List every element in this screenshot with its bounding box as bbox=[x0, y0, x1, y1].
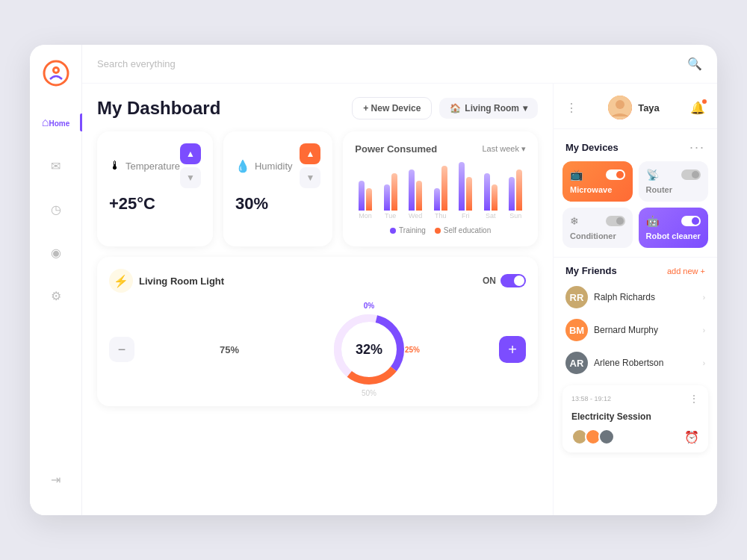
humidity-decrease-button[interactable]: ▼ bbox=[300, 167, 320, 188]
humidity-increase-button[interactable]: ▲ bbox=[300, 143, 320, 164]
more-options-icon[interactable]: ⋮ bbox=[565, 101, 577, 115]
temperature-increase-button[interactable]: ▲ bbox=[180, 143, 201, 164]
session-title: Electricity Session bbox=[571, 411, 651, 422]
app-container: ⌂ Home ✉ ◷ ◉ ⚙ ⇥ Search e bbox=[30, 45, 717, 515]
conditioner-toggle[interactable] bbox=[606, 216, 625, 226]
session-avatars bbox=[571, 429, 612, 445]
bar-orange-thu bbox=[441, 166, 447, 211]
session-card: 13:58 - 19:12 ⋮ Electricity Session ⏰ bbox=[562, 385, 708, 452]
sidebar-item-location[interactable]: ◉ bbox=[43, 239, 69, 266]
sidebar-bottom: ⇥ bbox=[43, 466, 69, 500]
sidebar-item-mail[interactable]: ✉ bbox=[43, 152, 69, 179]
humidity-value: 30% bbox=[235, 194, 320, 214]
friend-arlene-avatar: AR bbox=[565, 352, 588, 374]
friends-section-header: My Friends add new + bbox=[554, 258, 717, 281]
user-name: Taya bbox=[638, 102, 660, 113]
bars-wrap-mon bbox=[359, 181, 372, 211]
friend-ralph-chevron-icon: › bbox=[703, 293, 705, 302]
add-friend-button[interactable]: add new + bbox=[667, 267, 705, 276]
devices-grid: 📺 Microwave 📡 Router bbox=[554, 161, 717, 257]
chart-header: Power Consumed Last week ▾ bbox=[355, 143, 526, 155]
settings-icon: ⚙ bbox=[51, 289, 61, 303]
humidity-header: 💧 Humidity ▲ ▼ bbox=[235, 143, 320, 188]
light-header: ⚡ Living Room Light ON bbox=[109, 269, 526, 293]
bar-group-mon: Mon bbox=[355, 181, 376, 222]
location-icon: ◉ bbox=[51, 246, 61, 260]
bar-day-label-thu: Thu bbox=[435, 212, 447, 220]
search-placeholder: Search everything bbox=[97, 58, 176, 69]
bottom-row: ⚡ Living Room Light ON − 75% bbox=[97, 257, 538, 406]
bar-chart: MonTueWedThuFriSatSun bbox=[355, 162, 526, 222]
session-card-header: 13:58 - 19:12 ⋮ bbox=[571, 393, 699, 405]
logo bbox=[43, 60, 69, 87]
device-tile-conditioner-header: ❄ bbox=[570, 215, 625, 227]
logout-icon: ⇥ bbox=[51, 473, 61, 487]
device-tile-microwave-header: 📺 bbox=[570, 169, 625, 181]
device-tile-router[interactable]: 📡 Router bbox=[639, 161, 709, 202]
notification-bell-icon[interactable]: 🔔 bbox=[690, 101, 705, 115]
search-icon[interactable]: 🔍 bbox=[687, 57, 702, 71]
chart-period[interactable]: Last week ▾ bbox=[482, 144, 526, 154]
sidebar-item-settings[interactable]: ⚙ bbox=[43, 282, 69, 309]
friend-ralph-info: RR Ralph Richards bbox=[565, 286, 655, 308]
bar-group-fri: Fri bbox=[455, 162, 476, 222]
chart-title: Power Consumed bbox=[355, 143, 437, 155]
bars-wrap-sat bbox=[484, 173, 498, 211]
microwave-toggle[interactable] bbox=[606, 169, 625, 180]
friend-ralph-avatar: RR bbox=[565, 286, 588, 308]
temperature-decrease-button[interactable]: ▼ bbox=[180, 167, 201, 188]
friend-bernard-chevron-icon: › bbox=[703, 326, 705, 335]
header-actions: + New Device 🏠 Living Room ▾ bbox=[352, 97, 538, 119]
donut-label-bottom: 50% bbox=[362, 389, 376, 397]
friend-arlene-chevron-icon: › bbox=[703, 359, 705, 367]
temperature-card: 🌡 Temperature ▲ ▼ +25°C bbox=[97, 131, 213, 246]
session-alarm-icon[interactable]: ⏰ bbox=[684, 430, 699, 444]
bar-group-tue: Tue bbox=[380, 173, 401, 222]
router-toggle[interactable] bbox=[681, 169, 701, 180]
room-selector-button[interactable]: 🏠 Living Room ▾ bbox=[439, 98, 538, 119]
light-add-button[interactable]: + bbox=[499, 336, 526, 363]
temperature-controls: ▲ ▼ bbox=[180, 143, 201, 188]
sidebar-item-home[interactable]: ⌂ Home bbox=[43, 109, 69, 136]
temperature-header: 🌡 Temperature ▲ ▼ bbox=[109, 143, 201, 188]
light-toggle-switch[interactable] bbox=[500, 274, 526, 287]
notification-dot bbox=[702, 99, 707, 104]
router-icon: 📡 bbox=[646, 169, 659, 181]
friend-bernard-name: Bernard Murphy bbox=[594, 325, 658, 335]
room-label: Living Room bbox=[465, 103, 519, 113]
friend-item-ralph[interactable]: RR Ralph Richards › bbox=[554, 281, 717, 314]
device-tile-robot-cleaner[interactable]: 🤖 Robot cleaner bbox=[639, 208, 709, 248]
friend-item-arlene[interactable]: AR Arlene Robertson › bbox=[554, 346, 717, 379]
conditioner-name: Conditioner bbox=[570, 231, 625, 240]
bar-group-wed: Wed bbox=[405, 169, 426, 222]
friend-item-bernard[interactable]: BM Bernard Murphy › bbox=[554, 314, 717, 346]
device-tile-router-header: 📡 bbox=[646, 169, 701, 181]
right-panel: ⋮ Taya 🔔 bbox=[553, 84, 717, 515]
devices-more-icon[interactable]: ··· bbox=[689, 140, 705, 155]
svg-point-8 bbox=[616, 100, 624, 109]
power-chart-card: Power Consumed Last week ▾ MonTueWedThuF… bbox=[343, 131, 538, 246]
new-device-button[interactable]: + New Device bbox=[352, 97, 432, 119]
sidebar-item-logout[interactable]: ⇥ bbox=[43, 466, 69, 493]
bar-purple-thu bbox=[434, 188, 440, 211]
bar-purple-sat bbox=[484, 173, 490, 211]
device-tile-conditioner[interactable]: ❄ Conditioner bbox=[562, 208, 633, 248]
microwave-icon: 📺 bbox=[570, 169, 583, 181]
session-more-icon[interactable]: ⋮ bbox=[689, 393, 699, 405]
bar-purple-mon bbox=[359, 181, 365, 211]
chevron-down-icon: ▾ bbox=[523, 103, 527, 113]
light-bulb-icon: ⚡ bbox=[109, 269, 133, 293]
robot-cleaner-name: Robot cleaner bbox=[646, 231, 701, 240]
robot-cleaner-toggle[interactable] bbox=[681, 216, 701, 226]
light-decrease-button[interactable]: − bbox=[109, 337, 134, 362]
page-title: My Dashboard bbox=[97, 98, 220, 119]
sidebar-item-clock[interactable]: ◷ bbox=[43, 196, 69, 223]
bar-day-label-wed: Wed bbox=[409, 212, 422, 220]
donut-label-right: 25% bbox=[405, 346, 420, 354]
donut-label-top: 0% bbox=[364, 302, 374, 310]
clock-icon: ◷ bbox=[51, 202, 61, 217]
bar-group-sat: Sat bbox=[480, 173, 501, 222]
chart-legend: Training Self education bbox=[355, 226, 526, 234]
topbar: Search everything 🔍 bbox=[82, 45, 717, 84]
device-tile-microwave[interactable]: 📺 Microwave bbox=[562, 161, 633, 202]
